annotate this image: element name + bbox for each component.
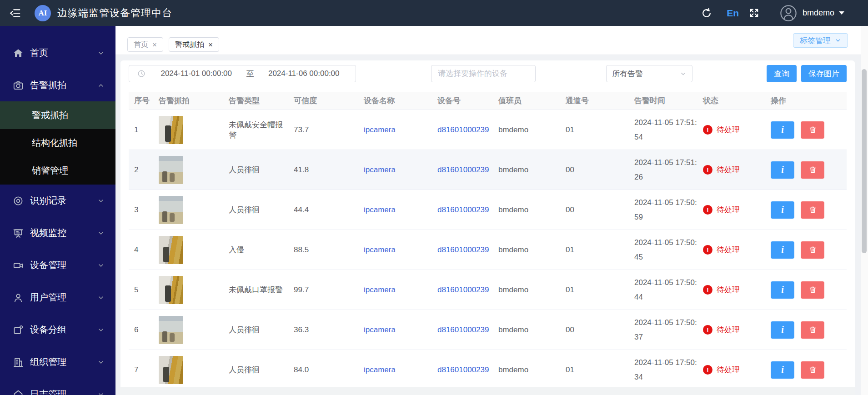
tag-manage-button[interactable]: 标签管理 <box>793 33 848 48</box>
device-select-input[interactable] <box>431 65 536 82</box>
tab-close-icon[interactable]: × <box>152 41 157 49</box>
sidebar-nav: 首页 告警抓拍 警戒抓拍 结构化抓拍 销警管理 <box>0 26 115 395</box>
device-name-link[interactable]: ipcamera <box>364 285 396 294</box>
channel-number: 01 <box>560 245 629 255</box>
info-button[interactable] <box>771 201 794 219</box>
alarm-thumbnail[interactable] <box>159 316 183 344</box>
clock-icon <box>137 70 146 78</box>
sidebar-subitem-alarm-clear[interactable]: 销警管理 <box>0 157 115 185</box>
user-avatar-icon[interactable] <box>780 5 797 22</box>
column-header: 操作 <box>765 95 847 106</box>
sidebar-subitem-label: 警戒抓拍 <box>32 109 68 121</box>
date-start-value[interactable]: 2024-11-01 00:00:00 <box>149 69 244 78</box>
query-button[interactable]: 查询 <box>767 65 797 82</box>
column-header: 告警类型 <box>223 95 288 106</box>
row-index: 2 <box>129 165 153 175</box>
sidebar-item-home[interactable]: 首页 <box>0 37 115 69</box>
save-image-button[interactable]: 保存图片 <box>801 65 847 82</box>
device-name-link[interactable]: ipcamera <box>364 365 396 374</box>
alarm-thumbnail[interactable] <box>159 196 183 224</box>
alarm-time-line2: 45 <box>634 250 697 265</box>
alarm-snapshot-cell <box>153 276 223 304</box>
vertical-scrollbar-thumb[interactable] <box>862 69 867 253</box>
device-name-link[interactable]: ipcamera <box>364 325 396 334</box>
operator-on-duty: bmdemo <box>493 205 560 215</box>
alarm-thumbnail[interactable] <box>159 276 183 304</box>
alarm-thumbnail[interactable] <box>159 156 183 184</box>
delete-button[interactable] <box>801 241 824 259</box>
sidebar-item-log-management[interactable]: 日志管理 <box>0 378 115 395</box>
alarm-time: 2024-11-05 17:51: 26 <box>629 155 697 185</box>
info-button[interactable] <box>771 241 794 259</box>
sidebar-subitem-alert-capture[interactable]: 警戒抓拍 <box>0 101 115 129</box>
channel-number: 01 <box>560 125 629 135</box>
sidebar-item-alarm-capture[interactable]: 告警抓拍 <box>0 69 115 101</box>
info-button[interactable] <box>771 321 794 339</box>
language-toggle[interactable]: En <box>727 8 739 19</box>
sidebar-item-label: 日志管理 <box>30 388 66 395</box>
sidebar-item-recognition-records[interactable]: 识别记录 <box>0 185 115 217</box>
alarm-time-line2: 59 <box>634 210 697 225</box>
device-id-link[interactable]: d81601000239 <box>437 205 489 214</box>
delete-button[interactable] <box>801 321 824 339</box>
device-name-link[interactable]: ipcamera <box>364 205 396 214</box>
device-id-link[interactable]: d81601000239 <box>437 365 489 374</box>
sidebar-fold-icon[interactable] <box>8 6 22 20</box>
tab-home[interactable]: 首页 × <box>127 37 163 52</box>
refresh-icon[interactable] <box>700 7 713 20</box>
sidebar-item-user-management[interactable]: 用户管理 <box>0 281 115 314</box>
device-id-link[interactable]: d81601000239 <box>437 285 489 294</box>
tab-alert-capture[interactable]: 警戒抓拍 × <box>169 37 219 52</box>
info-button[interactable] <box>771 121 794 139</box>
delete-button[interactable] <box>801 281 824 299</box>
fullscreen-icon[interactable] <box>748 7 761 20</box>
date-range-picker[interactable]: 2024-11-01 00:00:00 至 2024-11-06 00:00:0… <box>129 65 356 82</box>
device-id-link[interactable]: d81601000239 <box>437 325 489 334</box>
status-cell: 待处理 <box>697 285 765 295</box>
info-button[interactable] <box>771 361 794 379</box>
alarm-thumbnail[interactable] <box>159 116 183 144</box>
device-name-link[interactable]: ipcamera <box>364 165 396 174</box>
row-index: 4 <box>129 245 153 255</box>
device-name-link[interactable]: ipcamera <box>364 245 396 254</box>
delete-button[interactable] <box>801 161 824 179</box>
device-id-link[interactable]: d81601000239 <box>437 165 489 174</box>
device-group-icon <box>13 325 24 335</box>
user-menu[interactable]: bmdemo <box>803 8 844 18</box>
user-caret-down-icon <box>839 11 844 15</box>
actions-cell <box>765 361 847 379</box>
device-id-link[interactable]: d81601000239 <box>437 245 489 254</box>
column-header: 通道号 <box>560 95 629 106</box>
sidebar-subitem-structured-capture[interactable]: 结构化抓拍 <box>0 129 115 157</box>
chevron-down-icon <box>97 50 105 57</box>
sidebar-item-device-group[interactable]: 设备分组 <box>0 314 115 346</box>
date-separator: 至 <box>244 69 257 79</box>
horizontal-scrollbar[interactable] <box>120 387 855 395</box>
device-id-link[interactable]: d81601000239 <box>437 125 489 134</box>
info-button[interactable] <box>771 161 794 179</box>
sidebar-item-label: 用户管理 <box>30 291 66 304</box>
alarm-time-line2: 44 <box>634 290 697 305</box>
row-index: 5 <box>129 285 153 295</box>
sidebar-item-device-management[interactable]: 设备管理 <box>0 249 115 281</box>
filter-buttons: 查询 保存图片 <box>767 65 847 82</box>
confidence-value: 44.4 <box>288 205 358 215</box>
alarm-thumbnail[interactable] <box>159 356 183 384</box>
operator-on-duty: bmdemo <box>493 165 560 175</box>
delete-button[interactable] <box>801 361 824 379</box>
date-end-value[interactable]: 2024-11-06 00:00:00 <box>257 69 351 78</box>
chevron-down-icon <box>835 37 841 44</box>
info-button[interactable] <box>771 281 794 299</box>
row-index: 3 <box>129 205 153 215</box>
sidebar-item-organization[interactable]: 组织管理 <box>0 346 115 378</box>
sidebar-item-label: 视频监控 <box>30 227 66 239</box>
tag-manage-label: 标签管理 <box>800 35 831 46</box>
delete-button[interactable] <box>801 121 824 139</box>
table-row: 6 人员徘徊 36.3 ipcamera d81601000239 bmdemo… <box>129 310 847 350</box>
alarm-thumbnail[interactable] <box>159 236 183 264</box>
delete-button[interactable] <box>801 201 824 219</box>
device-name-link[interactable]: ipcamera <box>364 125 396 134</box>
sidebar-item-video-monitor[interactable]: 视频监控 <box>0 217 115 249</box>
tab-close-icon[interactable]: × <box>208 41 213 49</box>
alarm-type-select[interactable]: 所有告警 <box>606 65 692 82</box>
